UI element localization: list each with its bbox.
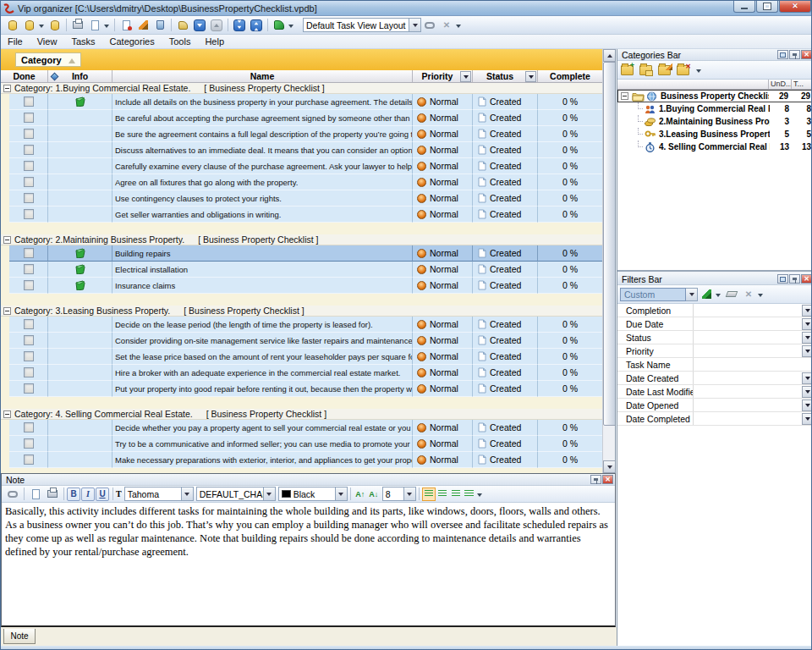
task-row[interactable]: Agree on all fixtures that go along with… xyxy=(1,174,602,190)
done-checkbox[interactable] xyxy=(24,422,34,432)
complete-task-icon[interactable] xyxy=(174,18,191,33)
task-name[interactable]: Discuss alternatives to an immediate dea… xyxy=(112,142,413,158)
decrease-font-icon[interactable]: A↓ xyxy=(367,488,381,501)
column-header-complete[interactable]: Complete xyxy=(538,70,602,82)
filter-value-input[interactable] xyxy=(694,317,802,330)
group-collapse-icon[interactable] xyxy=(3,236,11,244)
add-category-icon[interactable] xyxy=(621,65,634,75)
filter-value-input[interactable] xyxy=(694,399,802,411)
hyperlink-icon[interactable] xyxy=(4,487,21,502)
filter-dropdown-icon[interactable] xyxy=(802,399,812,411)
maximize-button[interactable] xyxy=(756,1,778,13)
task-row[interactable]: Set the lease price based on the amount … xyxy=(1,349,602,365)
task-name[interactable]: Make necessary preparations with exterio… xyxy=(112,452,413,468)
filter-value-input[interactable] xyxy=(694,385,802,398)
task-row[interactable]: Decide on the lease period (the length o… xyxy=(1,317,602,333)
filter-dropdown-icon[interactable] xyxy=(802,318,812,330)
align-center-icon[interactable] xyxy=(436,488,449,501)
add-subcategory-icon[interactable] xyxy=(639,65,652,75)
font-size-combo[interactable]: 8 xyxy=(382,487,404,501)
note-close-icon[interactable]: ✕ xyxy=(602,475,613,484)
filter-dropdown-icon[interactable] xyxy=(802,413,812,425)
open-database-dropdown-icon[interactable] xyxy=(39,25,44,30)
done-checkbox[interactable] xyxy=(24,145,34,155)
task-row[interactable]: Discuss alternatives to an immediate dea… xyxy=(1,142,602,158)
task-name[interactable]: Be sure the agreement contains a full le… xyxy=(112,126,413,142)
task-row[interactable]: Be sure the agreement contains a full le… xyxy=(1,126,602,142)
move-down-icon[interactable] xyxy=(191,18,208,33)
task-name[interactable]: Decide on the lease period (the length o… xyxy=(112,317,413,333)
edit-filter-dropdown-icon[interactable] xyxy=(716,294,721,300)
column-header-info[interactable]: Info xyxy=(48,70,112,82)
note-pin-icon[interactable] xyxy=(590,475,601,484)
note-print-icon[interactable] xyxy=(44,487,61,502)
filter-dropdown-icon[interactable] xyxy=(802,305,812,317)
done-checkbox[interactable] xyxy=(24,351,34,361)
filter-value-input[interactable] xyxy=(694,344,802,357)
menu-item[interactable]: Tasks xyxy=(71,36,95,47)
color-dropdown-icon[interactable] xyxy=(336,487,348,501)
tree-category-item[interactable]: 1.Buying Commercial Real Estate. 8 8 xyxy=(617,102,812,115)
open-database-icon[interactable] xyxy=(21,18,38,33)
undone-column-header[interactable]: UnD... xyxy=(768,80,791,89)
new-database-icon[interactable] xyxy=(4,18,21,33)
charset-dropdown-icon[interactable] xyxy=(264,487,276,501)
task-name[interactable]: Put your property into good repair befor… xyxy=(112,381,413,397)
task-name[interactable]: Set the lease price based on the amount … xyxy=(112,349,413,365)
filters-close-icon[interactable]: ✕ xyxy=(801,274,812,284)
category-group-header[interactable]: Category: 3.Leasing Business Property. [… xyxy=(1,306,602,317)
grid-vertical-scrollbar[interactable] xyxy=(602,49,616,473)
categories-pin-icon[interactable] xyxy=(789,50,800,59)
underline-button[interactable]: U xyxy=(96,488,109,501)
task-row[interactable]: Decide whether you pay a property agent … xyxy=(1,420,602,436)
clear-filter-icon[interactable] xyxy=(723,287,740,302)
align-left-icon[interactable] xyxy=(422,488,436,501)
done-checkbox[interactable] xyxy=(24,264,34,274)
scroll-down-icon[interactable] xyxy=(603,460,616,473)
task-row[interactable]: Consider providing on-site management se… xyxy=(1,333,602,349)
category-group-header[interactable]: Category: 2.Maintaining Business Propert… xyxy=(1,234,602,245)
filter-value-input[interactable] xyxy=(694,331,802,344)
done-checkbox[interactable] xyxy=(24,367,34,377)
done-checkbox[interactable] xyxy=(24,335,34,345)
tree-category-item[interactable]: 3.Leasing Business Property. 5 5 xyxy=(617,128,812,140)
done-checkbox[interactable] xyxy=(24,438,34,449)
done-checkbox[interactable] xyxy=(24,96,34,107)
note-tab[interactable]: Note xyxy=(3,629,36,644)
categories-close-icon[interactable]: ✕ xyxy=(801,50,812,59)
done-checkbox[interactable] xyxy=(24,113,34,123)
filter-dropdown-icon[interactable] xyxy=(802,372,812,384)
delete-task-icon[interactable] xyxy=(151,18,168,33)
move-to-bottom-icon[interactable] xyxy=(231,18,248,33)
print-preview-icon[interactable] xyxy=(86,18,103,33)
done-checkbox[interactable] xyxy=(24,177,34,187)
bullet-list-icon[interactable] xyxy=(463,488,476,501)
menu-item[interactable]: Help xyxy=(205,36,224,47)
task-name[interactable]: Building repairs xyxy=(112,245,413,262)
categories-restore-icon[interactable] xyxy=(777,50,788,59)
task-name[interactable]: Agree on all fixtures that go along with… xyxy=(112,174,413,190)
edit-category-icon[interactable] xyxy=(658,65,671,75)
task-name[interactable]: Use contingency clauses to protect your … xyxy=(112,190,413,207)
status-filter-dropdown-icon[interactable] xyxy=(525,71,536,82)
group-collapse-icon[interactable] xyxy=(3,410,11,418)
task-row[interactable]: Be careful about accepting the purchase … xyxy=(1,110,602,126)
toolbar-overflow-icon[interactable] xyxy=(456,25,461,30)
task-name[interactable]: Decide whether you pay a property agent … xyxy=(112,420,413,436)
filter-dropdown-icon[interactable] xyxy=(802,332,812,344)
task-row[interactable]: Insurance claims Normal Created 0 % xyxy=(1,278,602,294)
task-name[interactable]: Consider providing on-site management se… xyxy=(112,333,413,349)
flag-dropdown-icon[interactable] xyxy=(288,25,294,30)
close-button[interactable]: ✕ xyxy=(779,1,811,13)
done-checkbox[interactable] xyxy=(24,248,34,258)
move-to-top-icon[interactable] xyxy=(248,18,265,33)
group-collapse-icon[interactable] xyxy=(3,307,11,315)
filter-value-input[interactable] xyxy=(694,372,802,384)
task-name[interactable]: Try to be a communicative and informed s… xyxy=(112,436,413,452)
column-header-name[interactable]: Name xyxy=(112,70,413,82)
category-group-header[interactable]: Category: 1.Buying Commercial Real Estat… xyxy=(1,83,602,94)
done-checkbox[interactable] xyxy=(24,280,34,290)
done-checkbox[interactable] xyxy=(24,193,34,203)
task-name[interactable]: Get seller warranties and obligations in… xyxy=(112,207,413,223)
task-row[interactable]: Electrical installation Normal Created 0… xyxy=(1,262,602,278)
